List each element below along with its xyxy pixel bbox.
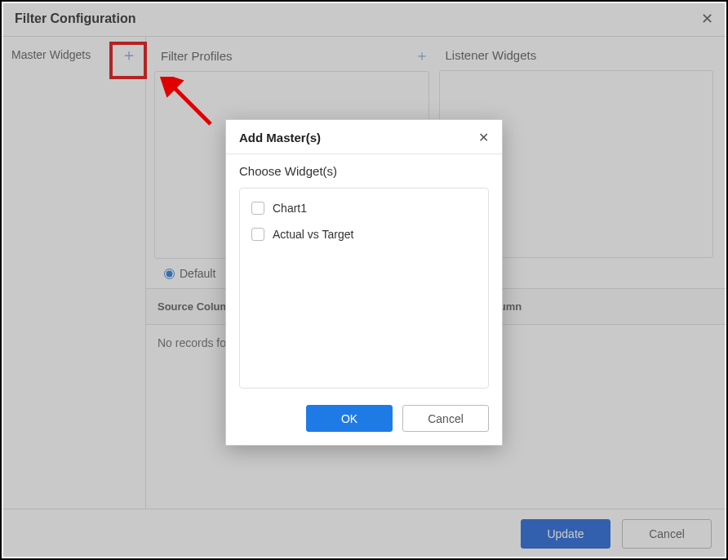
ok-button[interactable]: OK: [306, 405, 393, 432]
modal-close-icon[interactable]: ✕: [478, 130, 489, 145]
list-item[interactable]: Actual vs Target: [240, 221, 488, 247]
modal-footer: OK Cancel: [226, 393, 502, 445]
list-item[interactable]: Chart1: [240, 195, 488, 221]
widget-label: Chart1: [273, 202, 307, 215]
widget-label: Actual vs Target: [273, 228, 353, 241]
add-master-modal: Add Master(s) ✕ Choose Widget(s) Chart1 …: [225, 119, 503, 446]
modal-title: Add Master(s): [239, 131, 321, 144]
widget-checkbox[interactable]: [251, 202, 264, 215]
choose-widgets-label: Choose Widget(s): [239, 164, 489, 178]
widget-checkbox[interactable]: [251, 228, 264, 241]
modal-cancel-button[interactable]: Cancel: [402, 405, 489, 432]
widget-list: Chart1 Actual vs Target: [239, 188, 489, 389]
modal-title-bar: Add Master(s) ✕: [226, 120, 502, 154]
